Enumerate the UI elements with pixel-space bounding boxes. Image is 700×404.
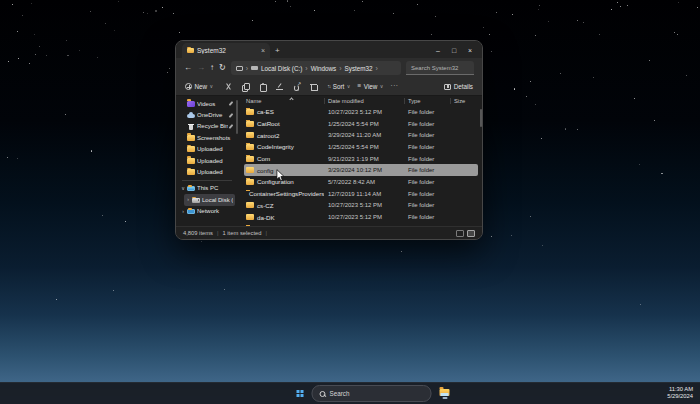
column-headers: Name Date modified Type Size [244, 96, 478, 106]
delete-icon[interactable] [310, 83, 317, 90]
address-bar[interactable]: › Local Disk (C:) › Windows › System32 › [231, 61, 401, 75]
file-type: File folder [404, 191, 450, 197]
pin-icon [229, 101, 234, 106]
sidebar-item[interactable]: Recycle Bin [179, 121, 235, 132]
file-row[interactable]: da-DK 10/27/2023 5:12 PM File folder [244, 211, 478, 223]
sidebar-item-icon [187, 186, 195, 192]
file-name: cs-CZ [257, 202, 274, 209]
sort-icon: ↑↓ [327, 84, 330, 89]
file-explorer-taskbar-button[interactable] [440, 389, 450, 399]
file-date-modified: 5/7/2022 8:42 AM [324, 179, 404, 185]
command-bar: New ∨ ↑↓ Sort ∨ ≡ View ∨ ··· Details [176, 78, 482, 96]
sidebar-item[interactable]: ∨ This PC [179, 183, 235, 194]
chevron-right-icon: › [246, 65, 248, 72]
sidebar-item[interactable]: Uploaded [179, 144, 235, 155]
forward-button[interactable]: → [197, 64, 205, 72]
details-pane-button[interactable]: Details [444, 83, 473, 90]
column-header-name[interactable]: Name [244, 98, 324, 104]
file-row[interactable]: ca-ES 10/27/2023 5:12 PM File folder [244, 106, 478, 118]
chevron-right-icon: › [305, 65, 307, 72]
folder-icon [246, 167, 254, 173]
tree-chevron-icon[interactable]: ∨ [181, 186, 185, 191]
sort-button[interactable]: ↑↓ Sort ∨ [327, 83, 350, 90]
explorer-tab[interactable]: System32 × [182, 43, 270, 58]
file-date-modified: 10/27/2023 5:12 PM [324, 202, 404, 208]
paste-icon[interactable] [259, 83, 266, 90]
file-name: DDFs [257, 225, 273, 226]
new-tab-button[interactable]: + [275, 47, 280, 55]
sidebar-item[interactable]: Uploaded [179, 155, 235, 166]
file-list-scrollbar[interactable] [480, 109, 482, 127]
file-row[interactable]: ContainerSettingsProviders 12/7/2019 11:… [244, 188, 478, 200]
file-date-modified: 10/27/2023 5:12 PM [324, 214, 404, 220]
more-options-button[interactable]: ··· [391, 83, 399, 90]
maximize-button[interactable]: □ [446, 47, 462, 54]
chevron-down-icon: ∨ [380, 84, 384, 89]
column-header-type[interactable]: Type [404, 98, 450, 104]
start-button[interactable] [297, 390, 304, 397]
file-date-modified: 1/25/2024 5:54 PM [324, 144, 404, 150]
sidebar-item-label: OneDrive [197, 112, 228, 118]
refresh-button[interactable]: ↻ [219, 64, 226, 72]
search-input[interactable]: Search System32 [406, 61, 474, 75]
file-row[interactable]: Com 9/21/2023 1:19 PM File folder [244, 153, 478, 165]
breadcrumb-segment[interactable]: Local Disk (C:) [261, 65, 302, 72]
file-row[interactable]: DDFs 1/25/2024 5:55 PM File folder [244, 223, 478, 226]
rename-icon[interactable] [276, 83, 283, 90]
thumbnail-view-toggle[interactable] [467, 230, 475, 237]
taskbar-search[interactable]: Search [312, 385, 432, 402]
sidebar-item[interactable]: OneDrive [179, 109, 235, 120]
column-header-date[interactable]: Date modified [324, 98, 404, 104]
search-icon [320, 391, 326, 397]
file-date-modified: 3/29/2024 11:20 AM [324, 132, 404, 138]
file-row[interactable]: CatRoot 1/25/2024 5:54 PM File folder [244, 118, 478, 130]
copy-icon[interactable] [242, 83, 249, 90]
details-view-toggle[interactable] [456, 230, 464, 237]
folder-icon [187, 48, 194, 53]
file-name: ca-ES [257, 108, 274, 115]
items-count: 4,809 items [183, 230, 213, 236]
taskbar-clock[interactable]: 11:30 AM 5/29/2024 [667, 386, 693, 401]
tab-title: System32 [197, 47, 258, 54]
sort-ascending-icon [290, 97, 294, 101]
sidebar-item[interactable]: Uploaded [179, 166, 235, 177]
pin-icon [229, 124, 234, 129]
cut-icon[interactable] [225, 83, 232, 90]
file-row[interactable]: cs-CZ 10/27/2023 5:12 PM File folder [244, 200, 478, 212]
sidebar-item-label: Videos [197, 101, 228, 107]
tab-close-icon[interactable]: × [261, 47, 265, 54]
clipboard-actions [225, 83, 317, 90]
file-explorer-window: System32 × + – □ × ← → ↑ ↻ › Local Disk … [175, 40, 483, 240]
tree-chevron-icon[interactable]: › [181, 209, 185, 214]
back-button[interactable]: ← [184, 64, 192, 72]
sidebar-item-label: Network [197, 208, 233, 214]
folder-icon [246, 179, 254, 185]
file-row[interactable]: CodeIntegrity 1/25/2024 5:54 PM File fol… [244, 141, 478, 153]
minimize-button[interactable]: – [430, 47, 446, 54]
tree-chevron-icon[interactable]: › [186, 197, 190, 202]
share-icon[interactable] [293, 83, 300, 90]
sidebar-item[interactable]: › Local Disk (C:) [184, 194, 235, 205]
view-button[interactable]: ≡ View ∨ [358, 83, 384, 90]
sidebar-item-icon [187, 209, 195, 214]
breadcrumb-segment[interactable]: Windows [311, 65, 337, 72]
sidebar-item[interactable]: › Network [179, 206, 235, 217]
drive-icon [251, 66, 258, 70]
sidebar-item[interactable]: Videos [179, 98, 235, 109]
view-toggles [456, 230, 475, 237]
file-name: config [257, 167, 274, 174]
folder-icon [246, 214, 254, 220]
up-button[interactable]: ↑ [210, 64, 214, 72]
new-button[interactable]: New ∨ [185, 83, 213, 90]
column-header-size[interactable]: Size [450, 98, 478, 104]
new-plus-icon [185, 83, 192, 90]
this-pc-icon [236, 66, 243, 71]
explorer-body: Videos OneDrive [176, 96, 482, 226]
breadcrumb-segment[interactable]: System32 [345, 65, 373, 72]
status-divider: | [265, 230, 267, 236]
close-button[interactable]: × [462, 47, 478, 54]
sidebar-item-label: Screenshots [197, 135, 233, 141]
chevron-right-icon: › [339, 65, 341, 72]
file-row[interactable]: catroot2 3/29/2024 11:20 AM File folder [244, 129, 478, 141]
sidebar-item[interactable]: Screenshots [179, 132, 235, 143]
